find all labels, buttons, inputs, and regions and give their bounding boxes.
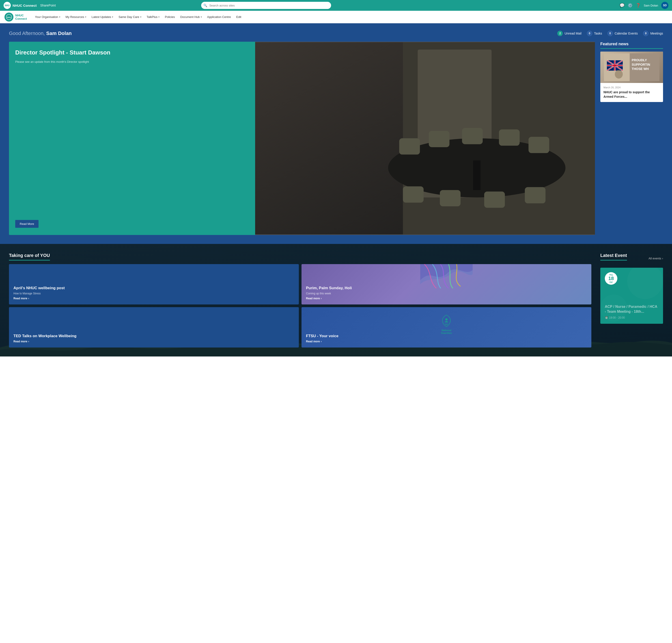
news-card[interactable]: PROUDLY SUPPORTIN THOSE WH March 26, 202… (600, 51, 663, 102)
svg-rect-14 (484, 192, 505, 208)
nav-item-application-centre[interactable]: Application Centre (204, 11, 234, 23)
chevron-down-icon: ▾ (201, 16, 202, 18)
featured-news-panel: Featured news (600, 42, 663, 235)
nav-item-policies[interactable]: Policies (162, 11, 178, 23)
nav-logo-icon: NHU (4, 13, 13, 22)
top-bar-actions: 💬 ⚙️ ❓ Sam Dolan SD (620, 2, 669, 9)
latest-event-title: Latest Event (600, 253, 627, 260)
svg-rect-8 (429, 131, 449, 147)
news-card-text: NHUC are proud to support the Armed Forc… (603, 90, 660, 99)
nav-logo[interactable]: NHU NHUCConnect (4, 13, 27, 22)
comment-icon[interactable]: 💬 (620, 3, 624, 8)
wellbeing-post-subtitle: How to Manage Stress (13, 292, 294, 295)
tasks-badge: 0 (587, 31, 592, 36)
svg-rect-12 (403, 186, 423, 203)
hero-section: Good Afternoon, Sam Dolan 2 Unread Mail … (0, 23, 672, 244)
taking-care-title: Taking care of YOU (9, 253, 50, 260)
calendar-events-label: Calendar Events (615, 32, 638, 35)
hero-text-panel: Director Spotlight - Stuart Dawson Pleas… (9, 42, 255, 235)
taking-care-cards-grid: April's NHUC wellbeing post How to Manag… (9, 264, 592, 348)
nav-item-your-organisation[interactable]: Your Organisation ▾ (32, 11, 63, 23)
top-bar: NHU NHUC Connect SharePoint 🔍 💬 ⚙️ ❓ Sam… (0, 0, 672, 11)
avatar[interactable]: SD (661, 2, 669, 9)
chevron-right-icon: › (28, 297, 29, 300)
nav-bar: NHU NHUCConnect Your Organisation ▾ My R… (0, 11, 672, 23)
svg-text:PROUDLY: PROUDLY (632, 58, 647, 62)
unread-mail-label: Unread Mail (564, 32, 581, 35)
stats-bar: 2 Unread Mail 0 Tasks 0 Calendar Events … (557, 31, 663, 36)
chevron-right-icon: › (321, 297, 322, 300)
ted-talks-card[interactable]: TED Talks on Workplace Wellbeing Read mo… (9, 307, 299, 348)
chevron-down-icon: ▾ (59, 16, 60, 18)
help-icon[interactable]: ❓ (636, 3, 640, 8)
ted-talks-title: TED Talks on Workplace Wellbeing (13, 333, 294, 339)
hero-main-card: Director Spotlight - Stuart Dawson Pleas… (9, 42, 595, 235)
svg-point-27 (615, 70, 623, 79)
event-month: Apr (609, 281, 613, 283)
news-card-date: March 26, 2024 (603, 86, 660, 89)
svg-rect-11 (528, 137, 549, 153)
event-date-badge: Thu 18 Apr (605, 272, 617, 285)
hero-image-panel (255, 42, 595, 235)
lower-content: Taking care of YOU April's NHUC wellbein… (9, 253, 663, 348)
svg-point-32 (445, 318, 448, 320)
svg-text:THOSE WH: THOSE WH (632, 67, 649, 71)
search-bar[interactable]: 🔍 (201, 2, 331, 9)
chevron-right-icon: › (321, 340, 322, 343)
top-bar-logo[interactable]: NHU NHUC Connect (3, 2, 37, 9)
top-bar-logo-text: NHUC Connect (13, 3, 37, 8)
event-day: 18 (608, 276, 614, 281)
svg-rect-16 (473, 160, 481, 190)
nav-item-latest-updates[interactable]: Latest Updates ▾ (89, 11, 116, 23)
search-icon: 🔍 (203, 3, 207, 7)
unread-mail-badge: 2 (557, 31, 563, 36)
latest-event-section: Latest Event All events › Thu 18 Apr (600, 253, 663, 348)
stat-unread-mail[interactable]: 2 Unread Mail (557, 31, 581, 36)
ftsu-card[interactable]: National Guardian FTSU - Your voice Read… (301, 307, 592, 348)
settings-icon[interactable]: ⚙️ (628, 3, 633, 8)
nav-item-my-resources[interactable]: My Resources ▾ (63, 11, 89, 23)
greeting-text: Good Afternoon, Sam Dolan (9, 31, 72, 36)
ted-talks-read-more[interactable]: Read more › (13, 340, 294, 343)
purim-read-more[interactable]: Read more › (306, 297, 587, 300)
nav-item-talkplus[interactable]: TalkPlus ▾ (144, 11, 162, 23)
purim-card[interactable]: Purim, Palm Sunday, Holi Coming up this … (301, 264, 592, 304)
all-events-link[interactable]: All events › (648, 257, 663, 260)
sharepoint-label: SharePoint (40, 3, 56, 7)
hero-subtitle: Please see an update from this month's D… (15, 60, 249, 63)
ftsu-title: FTSU - Your voice (306, 333, 587, 339)
hero-read-more-button[interactable]: Read More (15, 220, 38, 228)
svg-rect-15 (525, 187, 545, 203)
wellbeing-post-read-more[interactable]: Read more › (13, 297, 294, 300)
news-card-image: PROUDLY SUPPORTIN THOSE WH (600, 51, 663, 83)
nav-item-document-hub[interactable]: Document Hub ▾ (178, 11, 204, 23)
tasks-label: Tasks (594, 32, 602, 35)
nav-item-same-day-care[interactable]: Same Day Care ▾ (116, 11, 144, 23)
search-input[interactable] (201, 2, 331, 9)
latest-event-header: Latest Event All events › (600, 253, 663, 264)
featured-news-title: Featured news (600, 42, 663, 49)
event-card[interactable]: Thu 18 Apr ACP / Nurse / Paramedic / HCA… (600, 268, 663, 324)
wellbeing-post-card[interactable]: April's NHUC wellbeing post How to Manag… (9, 264, 299, 304)
greeting-name: Sam Dolan (46, 31, 72, 36)
calendar-events-badge: 0 (608, 31, 613, 36)
chevron-down-icon: ▾ (85, 16, 86, 18)
nav-item-edit[interactable]: Edit (234, 11, 244, 23)
svg-text:SUPPORTIN: SUPPORTIN (632, 63, 650, 66)
greeting-bar: Good Afternoon, Sam Dolan 2 Unread Mail … (9, 31, 663, 36)
chevron-down-icon: ▾ (112, 16, 113, 18)
national-guardian-logo: National Guardian (441, 314, 452, 334)
svg-rect-7 (399, 138, 420, 155)
svg-rect-10 (499, 129, 520, 146)
purim-subtitle: Coming up this week (306, 292, 587, 295)
stat-calendar-events[interactable]: 0 Calendar Events (608, 31, 638, 36)
lower-section: Taking care of YOU April's NHUC wellbein… (0, 244, 672, 356)
stat-tasks[interactable]: 0 Tasks (587, 31, 602, 36)
svg-rect-13 (440, 190, 460, 206)
taking-care-section: Taking care of YOU April's NHUC wellbein… (9, 253, 592, 348)
stat-meetings[interactable]: 0 Meetings (643, 31, 663, 36)
ftsu-read-more[interactable]: Read more › (306, 340, 587, 343)
hero-title: Director Spotlight - Stuart Dawson (15, 49, 249, 57)
chevron-down-icon: ▾ (140, 16, 141, 18)
nav-logo-text: NHUCConnect (15, 14, 27, 21)
